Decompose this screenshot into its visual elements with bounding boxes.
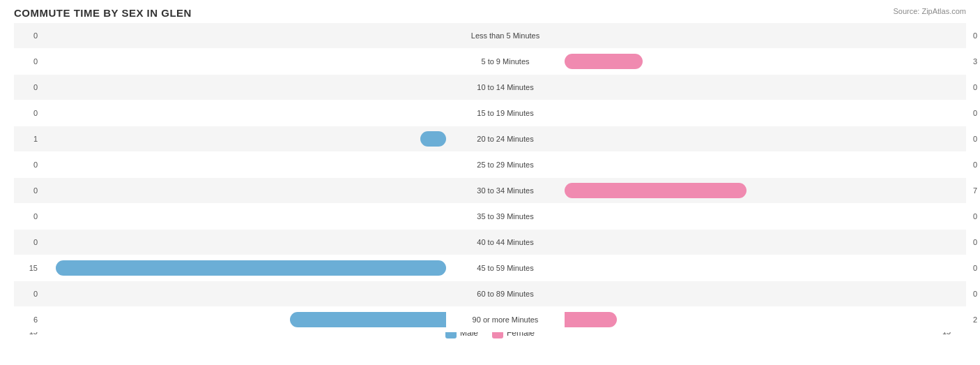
female-bar-section [565,183,969,198]
row-label: 10 to 14 Minutes [446,83,565,91]
male-value: 0 [14,161,42,169]
female-value: 3 [969,57,980,66]
female-bar-section [565,312,969,327]
male-bar-section [42,260,446,276]
female-value: 7 [969,186,980,195]
female-value: 0 [969,264,980,272]
chart-container: COMMUTE TIME BY SEX IN GLEN Source: ZipA… [0,0,980,365]
female-value: 0 [969,135,980,143]
female-value: 2 [969,315,980,324]
chart-row: 035 to 39 Minutes0 [14,204,966,229]
row-label: Less than 5 Minutes [446,31,565,40]
male-value: 15 [14,264,42,272]
female-bar [565,312,617,327]
row-label: 90 or more Minutes [446,315,565,324]
male-bar-section [42,312,446,327]
row-label: 35 to 39 Minutes [446,212,565,221]
row-label: 15 to 19 Minutes [446,109,565,117]
chart-row: 120 to 24 Minutes0 [14,126,966,151]
chart-row: 1545 to 59 Minutes0 [14,255,966,281]
male-value: 0 [14,212,42,221]
male-bar [56,260,446,276]
row-label: 40 to 44 Minutes [446,238,565,246]
female-value: 0 [969,290,980,298]
chart-row: 025 to 29 Minutes0 [14,152,966,177]
male-value: 0 [14,238,42,246]
chart-row: 030 to 34 Minutes7 [14,178,966,203]
male-value: 0 [14,31,42,40]
chart-row: 010 to 14 Minutes0 [14,75,966,100]
male-bar-section [42,131,446,147]
male-bar [290,312,446,327]
male-value: 1 [14,135,42,143]
row-label: 45 to 59 Minutes [446,264,565,272]
male-value: 0 [14,57,42,66]
female-value: 0 [969,212,980,221]
row-label: 30 to 34 Minutes [446,186,565,195]
male-bar [420,131,446,147]
male-value: 0 [14,290,42,298]
chart-row: 015 to 19 Minutes0 [14,100,966,126]
chart-row: 040 to 44 Minutes0 [14,230,966,255]
row-label: 60 to 89 Minutes [446,290,565,298]
row-label: 20 to 24 Minutes [446,135,565,143]
female-bar [565,54,643,69]
chart-title: COMMUTE TIME BY SEX IN GLEN [14,7,966,19]
male-value: 0 [14,186,42,195]
chart-row: 05 to 9 Minutes3 [14,49,966,74]
female-value: 0 [969,83,980,91]
female-value: 0 [969,238,980,246]
male-value: 0 [14,109,42,117]
row-label: 25 to 29 Minutes [446,161,565,169]
chart-area: 0Less than 5 Minutes005 to 9 Minutes3010… [14,23,966,322]
female-value: 0 [969,161,980,169]
chart-row: 060 to 89 Minutes0 [14,281,966,306]
male-value: 6 [14,315,42,324]
female-bar-section [565,54,969,69]
chart-row: 690 or more Minutes2 [14,307,966,332]
female-bar [565,183,747,198]
chart-row: 0Less than 5 Minutes0 [14,23,966,48]
male-value: 0 [14,83,42,91]
female-value: 0 [969,31,980,40]
row-label: 5 to 9 Minutes [446,57,565,66]
female-value: 0 [969,109,980,117]
source-label: Source: ZipAtlas.com [893,7,966,15]
